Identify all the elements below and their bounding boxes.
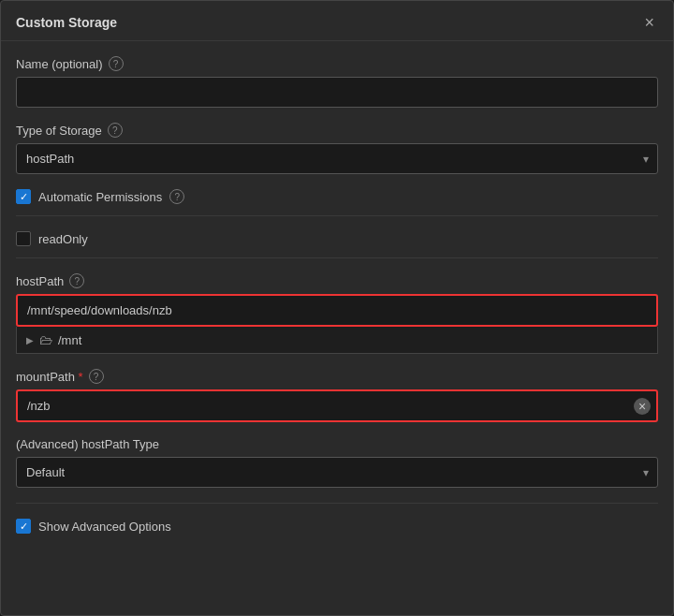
folder-icon: 🗁	[39, 332, 52, 347]
automatic-permissions-help-icon[interactable]: ?	[169, 189, 184, 204]
host-path-label-text: hostPath	[16, 274, 64, 288]
host-path-group: hostPath ? ▶ 🗁 /mnt	[16, 273, 658, 354]
folder-expand-icon: ▶	[26, 335, 34, 345]
type-of-storage-label: Type of Storage ?	[16, 123, 658, 138]
advanced-hostpath-type-select[interactable]: Default DirectoryOrCreate Directory File…	[16, 457, 658, 488]
host-path-field-wrapper: ▶ 🗁 /mnt	[16, 294, 658, 354]
host-path-label: hostPath ?	[16, 273, 658, 288]
divider-2	[16, 257, 658, 258]
advanced-hostpath-label: (Advanced) hostPath Type	[16, 437, 658, 451]
automatic-permissions-checkbox[interactable]	[16, 189, 31, 204]
mount-path-clear-button[interactable]: ×	[634, 398, 651, 415]
automatic-permissions-label: Automatic Permissions	[38, 190, 162, 204]
automatic-permissions-row: Automatic Permissions ?	[16, 189, 658, 204]
divider-1	[16, 215, 658, 216]
show-advanced-label: Show Advanced Options	[38, 520, 171, 534]
name-help-icon[interactable]: ?	[109, 56, 124, 71]
mount-path-label-text: mountPath *	[16, 370, 83, 384]
type-label-text: Type of Storage	[16, 124, 102, 138]
modal-body: Name (optional) ? Type of Storage ? host…	[1, 41, 673, 556]
modal-header: Custom Storage ×	[1, 1, 673, 41]
host-path-input[interactable]	[16, 294, 658, 327]
host-path-help-icon[interactable]: ?	[69, 273, 84, 288]
modal-title: Custom Storage	[16, 15, 117, 30]
advanced-hostpath-label-text: (Advanced) hostPath Type	[16, 437, 159, 451]
name-label: Name (optional) ?	[16, 56, 658, 71]
type-help-icon[interactable]: ?	[108, 123, 123, 138]
advanced-hostpath-select-wrapper: Default DirectoryOrCreate Directory File…	[16, 457, 658, 488]
type-of-storage-group: Type of Storage ? hostPath nfs iscsi emp…	[16, 123, 658, 174]
name-input[interactable]	[16, 77, 658, 108]
readonly-row: readOnly	[16, 231, 658, 246]
folder-tree-row[interactable]: ▶ 🗁 /mnt	[16, 327, 658, 354]
type-select-wrapper: hostPath nfs iscsi emptyDir pvc ▾	[16, 143, 658, 174]
mount-path-group: mountPath * ? ×	[16, 369, 658, 422]
name-field-group: Name (optional) ?	[16, 56, 658, 108]
divider-3	[16, 503, 658, 504]
custom-storage-modal: Custom Storage × Name (optional) ? Type …	[0, 0, 674, 616]
mount-path-label: mountPath * ?	[16, 369, 658, 384]
name-label-text: Name (optional)	[16, 57, 103, 71]
type-of-storage-select[interactable]: hostPath nfs iscsi emptyDir pvc	[16, 143, 658, 174]
mount-path-wrapper: ×	[16, 389, 658, 422]
readonly-checkbox[interactable]	[16, 231, 31, 246]
readonly-label: readOnly	[38, 232, 88, 246]
show-advanced-checkbox[interactable]	[16, 519, 31, 534]
show-advanced-row: Show Advanced Options	[16, 511, 658, 541]
folder-name: /mnt	[58, 333, 81, 347]
mount-path-input[interactable]	[16, 389, 658, 422]
advanced-hostpath-type-group: (Advanced) hostPath Type Default Directo…	[16, 437, 658, 488]
close-button[interactable]: ×	[640, 14, 658, 31]
mount-path-help-icon[interactable]: ?	[89, 369, 104, 384]
required-star: *	[79, 370, 83, 384]
